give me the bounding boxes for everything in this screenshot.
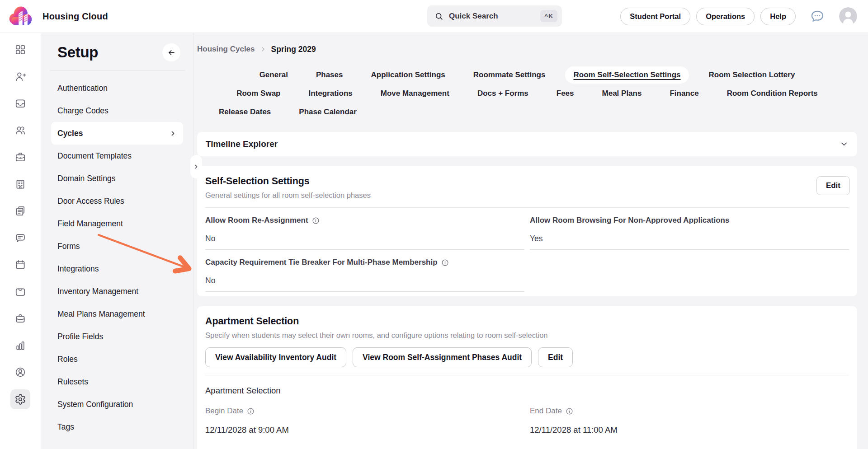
breadcrumb: Housing Cycles Spring 2029 (197, 45, 857, 53)
field-value: No (205, 276, 524, 292)
bar-chart-icon (14, 340, 26, 351)
operations-button[interactable]: Operations (696, 8, 755, 25)
icon-rail (0, 33, 41, 449)
arrow-left-icon (167, 48, 176, 57)
tab-room-self-selection-settings[interactable]: Room Self-Selection Settings (565, 66, 689, 84)
field-label: End Date (530, 407, 562, 416)
info-icon[interactable] (247, 407, 255, 415)
sidebar-item-document-templates[interactable]: Document Templates (51, 145, 183, 167)
timeline-explorer-title: Timeline Explorer (206, 139, 278, 149)
rail-item-wallet[interactable] (10, 282, 30, 302)
student-portal-button[interactable]: Student Portal (620, 8, 690, 25)
tab-room-selection-lottery[interactable]: Room Selection Lottery (701, 66, 803, 84)
sidebar-item-door-access-rules[interactable]: Door Access Rules (51, 190, 183, 212)
rail-item-calendar[interactable] (10, 255, 30, 275)
rail-item-building[interactable] (10, 174, 30, 194)
sidebar-item-tags[interactable]: Tags (51, 416, 183, 438)
avatar[interactable] (839, 7, 857, 25)
self-selection-edit-button[interactable]: Edit (816, 176, 850, 195)
sidebar-item-rulesets[interactable]: Rulesets (51, 370, 183, 393)
tab-release-dates[interactable]: Release Dates (211, 103, 279, 121)
sidebar-item-label: Roles (57, 355, 78, 364)
rail-item-inbox[interactable] (10, 94, 30, 113)
sidebar-item-field-management[interactable]: Field Management (51, 212, 183, 235)
breadcrumb-housing-cycles[interactable]: Housing Cycles (197, 45, 255, 54)
tab-room-condition-reports[interactable]: Room Condition Reports (719, 85, 826, 102)
field-value: No (205, 234, 524, 250)
sidebar-item-roles[interactable]: Roles (51, 348, 183, 370)
sidebar-item-label: Cycles (57, 129, 83, 138)
tab-meal-plans[interactable]: Meal Plans (594, 85, 650, 102)
housing-cloud-logo (8, 4, 33, 29)
tab-application-settings[interactable]: Application Settings (363, 66, 453, 84)
apartment-edit-button[interactable]: Edit (538, 347, 573, 367)
search-shortcut-badge: ^K (540, 10, 557, 22)
info-icon[interactable] (312, 217, 320, 224)
dashboard-icon (14, 44, 26, 56)
main-content: Housing Cycles Spring 2029 GeneralPhases… (193, 33, 868, 449)
info-icon[interactable] (441, 259, 449, 267)
sidebar-item-label: Tags (57, 422, 74, 432)
rail-item-user-circle[interactable] (10, 362, 30, 382)
tab-phases[interactable]: Phases (308, 66, 351, 84)
panel-expand-handle[interactable] (190, 155, 202, 178)
tab-roommate-settings[interactable]: Roommate Settings (465, 66, 554, 84)
sidebar-item-authentication[interactable]: Authentication (51, 77, 183, 99)
sidebar-item-label: Charge Codes (57, 106, 108, 116)
cycle-tabs: GeneralPhasesApplication SettingsRoommat… (197, 66, 857, 121)
rail-item-bag[interactable] (10, 309, 30, 328)
timeline-explorer-card[interactable]: Timeline Explorer (197, 132, 857, 156)
self-selection-settings-title: Self-Selection Settings (205, 176, 849, 187)
view-availability-inventory-audit-button[interactable]: View Availability Inventory Audit (205, 347, 346, 367)
info-icon[interactable] (566, 407, 573, 415)
sidebar-back-button[interactable] (162, 43, 180, 61)
briefcase-icon (14, 151, 26, 163)
rail-item-message[interactable] (10, 228, 30, 248)
building-icon (14, 178, 26, 190)
rail-item-gear[interactable] (10, 389, 30, 409)
tab-integrations[interactable]: Integrations (300, 85, 360, 102)
rail-item-user-plus[interactable] (10, 67, 30, 87)
view-room-self-assignment-phases-audit-button[interactable]: View Room Self-Assignment Phases Audit (353, 347, 532, 367)
rail-item-dashboard[interactable] (10, 40, 30, 60)
tab-finance[interactable]: Finance (661, 85, 707, 102)
clipboard-copy-icon (14, 205, 26, 217)
help-button[interactable]: Help (760, 8, 796, 25)
sidebar-item-cycles[interactable]: Cycles (51, 122, 183, 145)
sidebar-item-label: Document Templates (57, 151, 132, 161)
sidebar-item-label: Forms (57, 242, 80, 251)
tab-fees[interactable]: Fees (548, 85, 582, 102)
rail-item-briefcase[interactable] (10, 147, 30, 167)
quick-search-input[interactable]: Quick Search ^K (427, 5, 562, 27)
sidebar-item-integrations[interactable]: Integrations (51, 257, 183, 280)
tab-move-management[interactable]: Move Management (373, 85, 458, 102)
tab-room-swap[interactable]: Room Swap (228, 85, 288, 102)
tab-docs-forms[interactable]: Docs + Forms (469, 85, 537, 102)
tab-phase-calendar[interactable]: Phase Calendar (291, 103, 365, 121)
sidebar-item-inventory-management[interactable]: Inventory Management (51, 280, 183, 303)
rail-item-bar-chart[interactable] (10, 336, 30, 355)
chevron-down-icon (840, 140, 849, 149)
sidebar-item-meal-plans-management[interactable]: Meal Plans Management (51, 303, 183, 325)
rail-item-clipboard-copy[interactable] (10, 201, 30, 221)
field-label: Capacity Requirement Tie Breaker For Mul… (205, 258, 438, 267)
divider (205, 375, 849, 375)
sidebar-item-label: Rulesets (57, 377, 88, 387)
sidebar-item-profile-fields[interactable]: Profile Fields (51, 325, 183, 348)
field-value: 12/11/2028 at 11:00 AM (530, 425, 849, 435)
top-bar: Housing Cloud Quick Search ^K Student Po… (0, 0, 868, 33)
sidebar-menu: AuthenticationCharge CodesCyclesDocument… (41, 77, 193, 438)
tab-row: GeneralPhasesApplication SettingsRoommat… (197, 66, 857, 84)
app-title: Housing Cloud (42, 11, 108, 22)
apartment-selection-card: Apartment Selection Specify when student… (197, 306, 857, 449)
sidebar-item-system-configuration[interactable]: System Configuration (51, 393, 183, 416)
tab-general[interactable]: General (251, 66, 296, 84)
field-begin-date: Begin Date 12/11/2028 at 9:00 AM (205, 396, 524, 435)
chat-button[interactable] (810, 9, 825, 24)
sidebar-item-label: Profile Fields (57, 332, 103, 341)
sidebar-item-forms[interactable]: Forms (51, 235, 183, 257)
rail-item-users[interactable] (10, 121, 30, 140)
sidebar-item-domain-settings[interactable]: Domain Settings (51, 167, 183, 190)
field-end-date: End Date 12/11/2028 at 11:00 AM (530, 396, 849, 435)
sidebar-item-charge-codes[interactable]: Charge Codes (51, 99, 183, 122)
